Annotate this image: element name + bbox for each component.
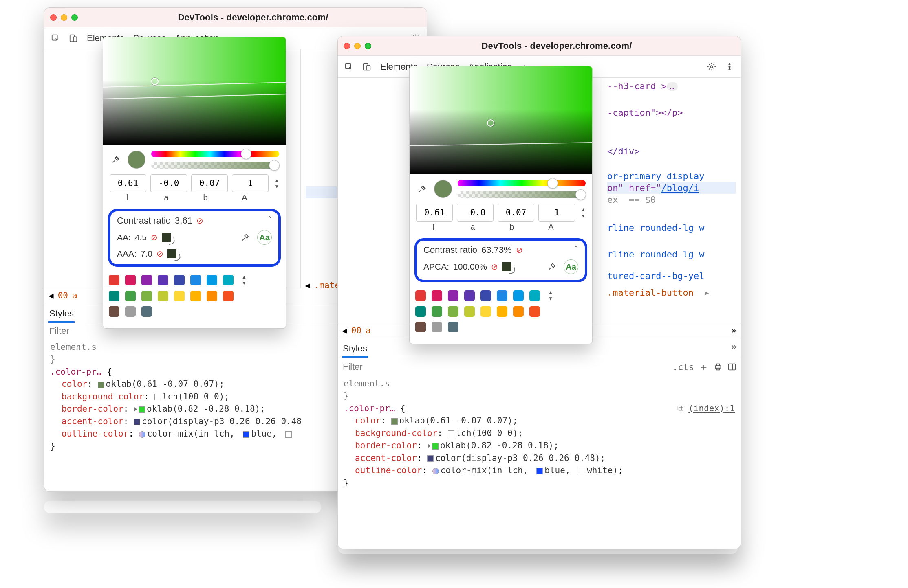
device-toggle-icon[interactable]: [362, 62, 371, 71]
css-value[interactable]: lch(100 0 0);: [456, 428, 523, 438]
css-value[interactable]: oklab(0.82 -0.28 0.18);: [147, 404, 265, 414]
cls-toggle[interactable]: .cls: [672, 362, 694, 372]
palette-swatch[interactable]: [480, 290, 491, 301]
css-value[interactable]: blue,: [544, 465, 570, 475]
color-cursor[interactable]: [487, 119, 494, 127]
palette-swatch[interactable]: [223, 275, 234, 285]
css-value[interactable]: lch(100 0 0);: [163, 392, 229, 402]
palette-swatch[interactable]: [464, 306, 475, 317]
palette-swatch[interactable]: [513, 290, 524, 301]
inspect-icon[interactable]: [344, 62, 353, 71]
saturation-field[interactable]: [410, 66, 592, 174]
saturation-field[interactable]: [103, 37, 286, 145]
window-traffic-lights[interactable]: [344, 43, 371, 49]
palette-swatch[interactable]: [141, 275, 152, 285]
swatch-icon[interactable]: [285, 431, 292, 438]
css-value[interactable]: oklab(0.61 -0.07 0.07);: [106, 379, 225, 389]
window-traffic-lights[interactable]: [50, 14, 78, 21]
palette-swatch[interactable]: [190, 291, 201, 301]
css-value[interactable]: color(display-p3 0.26 0.26 0.48: [142, 417, 302, 426]
breadcrumb-more-icon[interactable]: »: [731, 326, 736, 336]
expand-icon[interactable]: [134, 407, 137, 411]
color-cursor[interactable]: [151, 78, 159, 85]
alpha-slider[interactable]: [458, 191, 586, 198]
device-toggle-icon[interactable]: [69, 34, 78, 43]
swatch-icon[interactable]: [579, 468, 585, 474]
swatch-icon[interactable]: [98, 382, 104, 388]
minimize-icon[interactable]: [354, 43, 361, 49]
l-input[interactable]: 0.61: [110, 174, 146, 192]
palette-swatch[interactable]: [125, 275, 136, 285]
hue-slider[interactable]: [151, 151, 279, 157]
swatch-icon[interactable]: [448, 430, 454, 437]
palette-swatch[interactable]: [480, 306, 491, 317]
breadcrumb-item[interactable]: a: [366, 326, 371, 336]
inspect-icon[interactable]: [51, 34, 60, 43]
b-input[interactable]: 0.07: [191, 174, 228, 192]
eyedropper-icon[interactable]: [110, 154, 122, 166]
breadcrumb-item[interactable]: 00: [58, 291, 68, 301]
breadcrumb-item[interactable]: a: [72, 291, 77, 301]
copy-icon[interactable]: ⧉: [677, 404, 683, 413]
styles-filter-input[interactable]: [342, 361, 387, 373]
swatch-icon[interactable]: [134, 419, 140, 425]
zoom-icon[interactable]: [71, 14, 78, 21]
b-input[interactable]: 0.07: [498, 204, 534, 222]
eyedropper-icon[interactable]: [241, 233, 250, 242]
styles-rules[interactable]: element.s } .color-pr… { ⧉ (index):1 col…: [338, 376, 741, 493]
css-value[interactable]: blue,: [251, 429, 277, 439]
palette-swatch[interactable]: [415, 306, 426, 317]
swatch-icon[interactable]: [391, 418, 398, 425]
css-value[interactable]: oklab(0.61 -0.07 0.07);: [399, 416, 518, 426]
hue-slider[interactable]: [458, 180, 586, 186]
more-tabs-icon[interactable]: »: [731, 341, 736, 358]
palette-stepper[interactable]: ▲▼: [242, 274, 247, 286]
l-input[interactable]: 0.61: [416, 204, 453, 222]
text-preview-badge[interactable]: Aa: [564, 259, 578, 274]
palette-swatch[interactable]: [141, 306, 152, 317]
format-stepper[interactable]: ▲▼: [273, 174, 279, 192]
styles-filter-input[interactable]: [48, 325, 93, 337]
palette-swatch[interactable]: [432, 290, 442, 301]
close-icon[interactable]: [344, 43, 350, 49]
a-input[interactable]: -0.0: [457, 204, 494, 222]
breadcrumb-item[interactable]: 00: [351, 326, 361, 336]
swatch-icon[interactable]: [139, 431, 145, 438]
palette-swatch[interactable]: [432, 306, 442, 317]
palette-swatch[interactable]: [174, 275, 185, 285]
text-preview-badge[interactable]: Aa: [257, 230, 272, 245]
close-icon[interactable]: [50, 14, 57, 21]
palette-swatch[interactable]: [415, 290, 426, 301]
swatch-icon[interactable]: [432, 443, 439, 450]
css-value[interactable]: white): [587, 465, 618, 475]
fix-color-icon[interactable]: [167, 249, 176, 258]
palette-swatch[interactable]: [125, 306, 136, 317]
palette-swatch[interactable]: [497, 306, 507, 317]
dock-icon[interactable]: [727, 362, 736, 371]
palette-swatch[interactable]: [464, 290, 475, 301]
css-value[interactable]: color(display-p3 0.26 0.26 0.48);: [435, 453, 605, 463]
alpha-slider[interactable]: [151, 162, 279, 169]
palette-swatch[interactable]: [109, 275, 119, 285]
swatch-icon[interactable]: [154, 394, 161, 400]
palette-swatch[interactable]: [109, 306, 119, 317]
source-link[interactable]: (index):1: [688, 404, 735, 413]
swatch-icon[interactable]: [427, 455, 434, 462]
swatch-icon[interactable]: [243, 431, 249, 438]
kebab-icon[interactable]: [725, 62, 734, 71]
swatch-icon[interactable]: [432, 468, 439, 474]
palette-swatch[interactable]: [432, 322, 442, 332]
palette-swatch[interactable]: [190, 275, 201, 285]
palette-swatch[interactable]: [448, 306, 458, 317]
palette-swatch[interactable]: [448, 322, 458, 332]
css-value[interactable]: color-mix(in lch,: [441, 465, 528, 475]
palette-swatch[interactable]: [529, 306, 540, 317]
palette-swatch[interactable]: [158, 275, 168, 285]
palette-stepper[interactable]: ▲▼: [548, 290, 553, 301]
palette-swatch[interactable]: [158, 291, 168, 301]
eyedropper-icon[interactable]: [547, 262, 556, 271]
palette-swatch[interactable]: [223, 291, 234, 301]
palette-swatch[interactable]: [448, 290, 458, 301]
minimize-icon[interactable]: [61, 14, 67, 21]
palette-swatch[interactable]: [207, 275, 217, 285]
